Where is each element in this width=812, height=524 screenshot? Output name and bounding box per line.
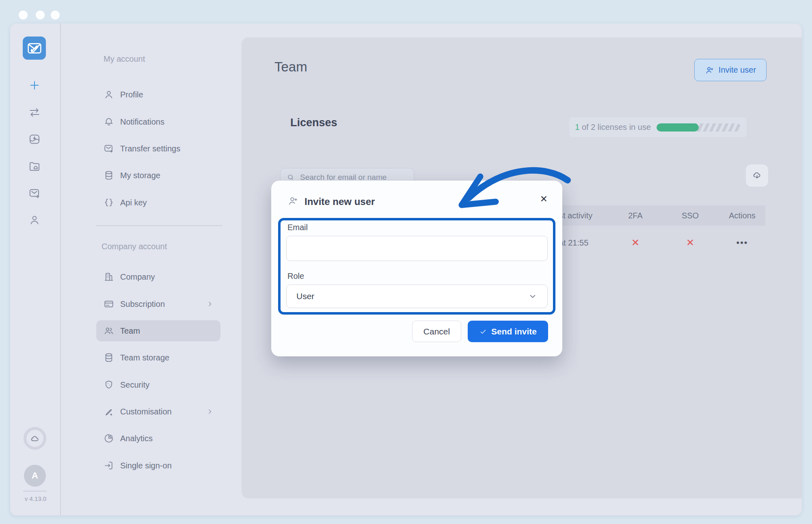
invite-new-user-modal: Invite new user ✕ Email Role User Cancel…: [271, 181, 562, 356]
chevron-down-icon: [528, 291, 538, 301]
nav-section-divider: [96, 225, 222, 226]
credit-card-icon: [104, 299, 114, 309]
sidebar-item-label: Transfer settings: [120, 144, 180, 153]
sidebar-item-subscription[interactable]: Subscription: [96, 293, 220, 315]
mail-paperclip-logo-icon: [26, 40, 43, 56]
shield-icon: [104, 380, 114, 390]
app-window: A v 4.13.0 My account Profile Notificati…: [10, 24, 802, 515]
users-icon: [104, 326, 114, 336]
invite-user-button[interactable]: Invite user: [694, 59, 767, 81]
cloud-upload-icon: [752, 170, 762, 181]
folder-cloud-icon: [28, 160, 41, 173]
sidebar-item-label: Subscription: [120, 300, 165, 309]
inbox-download-icon: [28, 133, 41, 145]
license-usage-rest: of 2 licenses in use: [579, 123, 651, 132]
rail-account-button[interactable]: [28, 214, 41, 226]
licenses-card: Licenses 1 of 2 licenses in use: [275, 101, 765, 149]
license-progress-bar: [657, 123, 741, 132]
sidebar-item-label: Api key: [120, 198, 147, 207]
plus-icon: [28, 79, 41, 91]
role-selected-value: User: [296, 291, 314, 301]
sso-disabled-icon: ✕: [686, 237, 694, 248]
app-logo[interactable]: [23, 37, 46, 60]
braces-icon: [104, 197, 114, 208]
window-dot-2: [36, 11, 45, 19]
sidebar-item-label: Team: [120, 326, 140, 336]
sidebar-item-label: Security: [120, 380, 149, 390]
database-icon: [104, 170, 114, 181]
license-usage-text: 1 of 2 licenses in use: [575, 123, 651, 132]
invite-user-button-label: Invite user: [719, 65, 756, 75]
sidebar-item-label: Customisation: [120, 407, 172, 416]
sidebar-item-team-storage[interactable]: Team storage: [96, 347, 220, 368]
sidebar-item-notifications[interactable]: Notifications: [96, 111, 220, 132]
database-icon: [104, 352, 114, 363]
cancel-button[interactable]: Cancel: [412, 321, 461, 342]
cloud-icon: [30, 433, 41, 444]
sidebar-item-team[interactable]: Team: [96, 320, 220, 341]
pie-chart-icon: [104, 433, 114, 444]
building-icon: [104, 272, 114, 282]
sidebar-item-label: Profile: [120, 90, 143, 99]
sign-in-icon: [104, 460, 114, 471]
user-avatar[interactable]: A: [24, 465, 46, 487]
col-actions: Actions: [729, 211, 756, 220]
transfer-arrows-icon: [28, 106, 41, 119]
sidebar-item-profile[interactable]: Profile: [96, 84, 220, 105]
sidebar-item-security[interactable]: Security: [96, 374, 220, 395]
user-icon: [28, 214, 41, 226]
license-usage-pill: 1 of 2 licenses in use: [569, 117, 747, 137]
nav-heading-my-account: My account: [104, 54, 145, 64]
mail-send-icon: [28, 187, 41, 199]
role-label: Role: [287, 272, 304, 281]
email-field[interactable]: [286, 236, 548, 261]
sidebar-item-single-sign-on[interactable]: Single sign-on: [96, 455, 220, 476]
sidebar-item-company[interactable]: Company: [96, 266, 220, 287]
cell-last-activity: at 21:55: [559, 238, 588, 248]
window-dot-1: [19, 11, 28, 19]
row-actions-menu[interactable]: •••: [736, 237, 748, 248]
export-users-button[interactable]: [745, 164, 769, 187]
rail-transfers-button[interactable]: [28, 106, 41, 119]
rail-inbox-button[interactable]: [28, 133, 41, 145]
new-transfer-button[interactable]: [28, 79, 41, 91]
sidebar-item-customisation[interactable]: Customisation: [96, 401, 220, 422]
role-dropdown[interactable]: User: [286, 285, 548, 308]
col-last-activity: st activity: [559, 211, 592, 220]
storage-status-button[interactable]: [24, 427, 46, 450]
send-invite-button[interactable]: Send invite: [468, 321, 548, 342]
brush-icon: [104, 406, 114, 417]
mail-arrow-icon: [104, 143, 114, 154]
license-used-count: 1: [575, 123, 579, 132]
rail-received-files-button[interactable]: [28, 160, 41, 173]
user-plus-icon: [705, 65, 715, 75]
email-label: Email: [287, 223, 308, 232]
sidebar-item-analytics[interactable]: Analytics: [96, 428, 220, 449]
chevron-right-icon: [206, 300, 214, 308]
sidebar-item-label: My storage: [120, 171, 160, 180]
license-progress-fill: [657, 123, 699, 132]
page: A v 4.13.0 My account Profile Notificati…: [0, 0, 812, 524]
sidebar-item-my-storage[interactable]: My storage: [96, 165, 220, 186]
sidebar-item-label: Analytics: [120, 434, 153, 443]
sidebar-item-transfer-settings[interactable]: Transfer settings: [96, 138, 220, 159]
check-icon: [479, 328, 487, 336]
col-2fa: 2FA: [628, 211, 643, 220]
bell-icon: [104, 116, 114, 127]
sidebar-item-label: Notifications: [120, 117, 164, 127]
app-version: v 4.13.0: [10, 495, 61, 502]
licenses-title: Licenses: [290, 116, 337, 129]
chevron-right-icon: [206, 408, 214, 416]
user-icon: [104, 89, 114, 100]
twofa-disabled-icon: ✕: [631, 237, 639, 248]
icon-rail: A v 4.13.0: [10, 24, 61, 515]
close-icon[interactable]: ✕: [540, 194, 548, 204]
sidebar-item-label: Company: [120, 272, 155, 282]
sidebar-item-label: Team storage: [120, 353, 169, 362]
sidebar-item-api-key[interactable]: Api key: [96, 192, 220, 213]
modal-title: Invite new user: [304, 196, 375, 207]
rail-sent-transfers-button[interactable]: [28, 187, 41, 199]
page-title: Team: [274, 59, 307, 75]
user-plus-icon: [287, 195, 299, 207]
col-sso: SSO: [682, 211, 699, 220]
